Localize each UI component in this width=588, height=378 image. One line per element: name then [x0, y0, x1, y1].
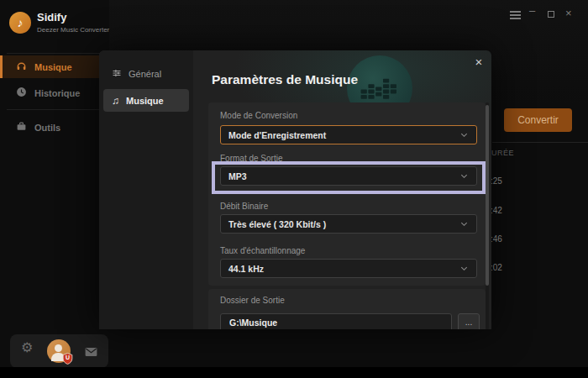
bitrate-select[interactable]: Très élevé ( 320 Kbit/s ): [220, 214, 477, 234]
sidebar-item-label: Musique: [34, 62, 72, 72]
sidebar-item-label: Outils: [34, 123, 60, 133]
output-folder-card: Dossier de Sortie ...: [208, 289, 486, 329]
sidebar-item-musique[interactable]: Musique: [0, 55, 109, 78]
duration-column-header: URÉE: [491, 149, 514, 157]
chevron-down-icon: [459, 130, 469, 139]
annotation-highlight-box: [212, 161, 486, 194]
tab-label: Musique: [126, 96, 164, 106]
dialog-scrollbar-track: [486, 102, 489, 329]
maximize-button[interactable]: [548, 11, 554, 18]
track-duration: :46: [491, 234, 502, 244]
conversion-mode-select[interactable]: Mode d'Enregistrement: [220, 125, 477, 144]
field-label: Taux d'échantillonnage: [220, 246, 305, 255]
tab-label: Général: [129, 69, 161, 79]
tab-general[interactable]: Général: [103, 63, 189, 85]
settings-gear-icon[interactable]: ⚙: [21, 341, 33, 354]
menu-icon[interactable]: [510, 11, 521, 19]
minimize-button[interactable]: –: [529, 4, 535, 17]
footer-toolbar: ⚙ U: [10, 334, 108, 368]
app-window: ♪ Sidify Deezer Music Converter – × Musi…: [0, 0, 588, 378]
upgrade-shield-badge: U: [62, 353, 73, 365]
track-duration: :02: [491, 263, 502, 272]
settings-tab-panel: Général ♫ Musique: [99, 50, 193, 329]
app-subtitle: Deezer Music Converter: [37, 26, 109, 34]
dialog-scrollbar-thumb[interactable]: [486, 105, 489, 286]
browse-folder-button[interactable]: ...: [458, 313, 480, 329]
track-duration: :25: [491, 176, 502, 186]
list-divider: [492, 142, 588, 143]
output-folder-input[interactable]: [220, 313, 452, 329]
app-title: Sidify: [37, 11, 66, 24]
close-window-button[interactable]: ×: [565, 7, 572, 19]
field-label: Dossier de Sortie: [220, 296, 285, 305]
bottom-black-strip: [0, 367, 588, 378]
music-note-icon: ♫: [112, 96, 119, 106]
conversion-settings-card: Mode de Conversion Mode d'Enregistrement…: [208, 102, 486, 286]
sidebar-item-label: Historique: [34, 88, 80, 98]
close-dialog-icon[interactable]: ×: [470, 54, 487, 71]
convert-button[interactable]: Convertir: [504, 108, 572, 132]
sliders-icon: [112, 68, 122, 80]
clock-icon: [16, 86, 27, 101]
track-duration: :42: [491, 206, 502, 215]
toolbox-icon: [16, 120, 27, 135]
sidebar-divider: [7, 53, 101, 54]
sidebar-item-outils[interactable]: Outils: [0, 116, 109, 139]
avatar-person-icon: [55, 344, 62, 352]
dialog-title: Paramètres de Musique: [212, 72, 358, 87]
sidebar-divider: [7, 109, 101, 110]
tab-musique[interactable]: ♫ Musique: [103, 89, 189, 112]
sidify-logo-icon: ♪: [9, 12, 31, 34]
chevron-down-icon: [459, 264, 469, 273]
field-label: Mode de Conversion: [220, 111, 297, 120]
field-label: Débit Binaire: [220, 202, 268, 211]
chevron-down-icon: [459, 219, 469, 228]
mail-icon[interactable]: [85, 345, 97, 360]
sidebar-item-historique[interactable]: Historique: [0, 81, 109, 104]
headphones-icon: [16, 60, 27, 75]
sample-rate-select[interactable]: 44.1 kHz: [220, 259, 477, 278]
